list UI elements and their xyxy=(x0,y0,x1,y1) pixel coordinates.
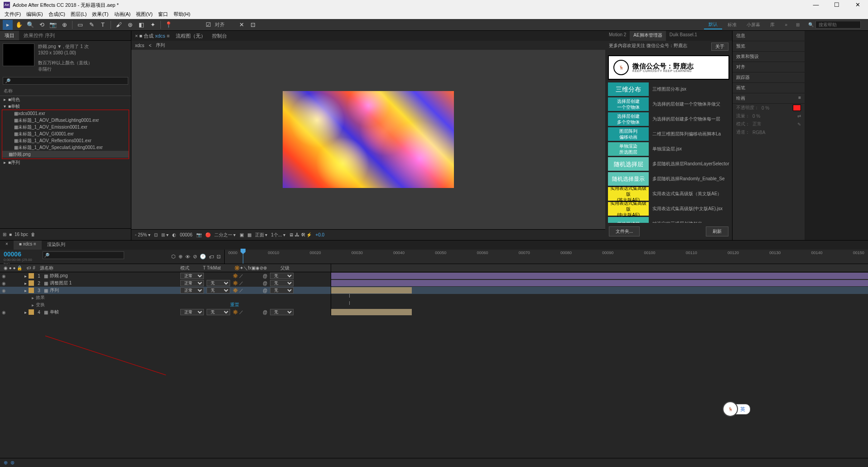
grid-icon[interactable]: ⊞ ▾ xyxy=(161,232,169,237)
layer-name[interactable]: 序列 xyxy=(50,287,59,294)
script-button[interactable]: 三维分布 xyxy=(608,82,649,96)
maximize-button[interactable]: ☐ xyxy=(826,0,847,10)
layer-effects-group[interactable]: 效果 xyxy=(36,294,45,301)
channel-icon[interactable]: 🔴 xyxy=(205,232,211,237)
layer-color[interactable] xyxy=(29,288,34,293)
panel-preview[interactable]: 预览 xyxy=(733,41,805,52)
panel-effects[interactable]: 效果和预设 xyxy=(733,52,805,62)
panel-menu-icon[interactable]: ≡ xyxy=(798,95,801,101)
sub-xdcs[interactable]: xdcs xyxy=(135,43,145,48)
layer-color[interactable] xyxy=(29,273,34,279)
playhead[interactable] xyxy=(243,250,243,264)
layer-track[interactable] xyxy=(331,272,868,279)
parent-select[interactable]: 无 xyxy=(270,273,294,279)
menu-help[interactable]: 帮助(H) xyxy=(171,10,193,19)
script-list[interactable]: 三维分布三维图层分布.jsx选择层创建 一个空物体为选择的层创建一个空物体并做父… xyxy=(605,82,732,223)
console-tab[interactable]: 控制台 xyxy=(212,33,227,39)
bpc-toggle[interactable]: ■ xyxy=(9,232,12,237)
search-help-input[interactable] xyxy=(815,21,861,29)
tl-icon-5[interactable]: 🕐 xyxy=(200,254,206,260)
visibility-toggle[interactable]: ◉ xyxy=(2,288,7,293)
minimize-button[interactable]: — xyxy=(805,0,826,10)
clone-tool[interactable]: ⊛ xyxy=(125,20,135,30)
panel-brush[interactable]: 画笔 xyxy=(733,83,805,93)
selection-tool[interactable]: ▸ xyxy=(3,20,13,30)
script-button[interactable]: 单独渲染 所选图层 xyxy=(608,142,649,156)
panel-align[interactable]: 对齐 xyxy=(733,62,805,72)
workspace-small[interactable]: 小屏幕 xyxy=(742,21,765,29)
panel-paint[interactable]: 绘画≡ xyxy=(733,93,805,104)
parent-select[interactable]: 无 xyxy=(270,287,294,294)
col-mode[interactable]: 模式 xyxy=(180,265,189,271)
paint-color-swatch[interactable] xyxy=(793,105,801,111)
project-search[interactable] xyxy=(3,77,128,85)
menu-layer[interactable]: 图层(L) xyxy=(68,10,89,19)
layer-color[interactable] xyxy=(29,280,34,286)
layer-track[interactable] xyxy=(331,287,868,294)
scripts-tab-manager[interactable]: AE脚本管理器 xyxy=(630,31,665,41)
script-button[interactable]: 随机选择层 xyxy=(608,157,649,171)
script-button[interactable]: 图层阵列 偏移动画 xyxy=(608,127,649,141)
blend-mode-dropdown[interactable]: 正常 xyxy=(752,121,762,127)
orbit-tool[interactable]: ⟲ xyxy=(37,20,47,30)
menu-window[interactable]: 窗口 xyxy=(155,10,171,19)
workspace-default[interactable]: 默认 xyxy=(704,20,722,29)
tl-icon-2[interactable]: ⊕ xyxy=(178,254,183,260)
workspace-standard[interactable]: 标准 xyxy=(723,21,741,29)
tl-icon-1[interactable]: ⬡ xyxy=(171,254,176,260)
parent-select[interactable]: 无 xyxy=(270,280,294,286)
scripts-tab-motion2[interactable]: Motion 2 xyxy=(605,31,630,41)
menu-edit[interactable]: 编辑(E) xyxy=(24,10,46,19)
text-tool[interactable]: T xyxy=(98,20,108,30)
parent-pickwhip-icon[interactable]: @ xyxy=(263,288,267,293)
script-button[interactable]: 选择层创建 一个空物体 xyxy=(608,97,649,111)
timeline-close-icon[interactable]: × xyxy=(0,241,14,250)
close-button[interactable]: ✕ xyxy=(847,0,868,10)
parent-pickwhip-icon[interactable]: @ xyxy=(263,274,267,279)
trkmat-select[interactable]: 无 xyxy=(207,309,230,315)
workspace-more[interactable]: » xyxy=(780,21,792,28)
tool-extra-2[interactable]: ⊡ xyxy=(248,20,258,30)
status-icon-2[interactable]: ⊛ xyxy=(10,460,14,466)
layer-track[interactable] xyxy=(331,308,868,316)
snap-checkbox[interactable]: ☑ xyxy=(203,20,213,30)
layer-list[interactable]: ◉▸1▦静顾.png正常🔆 ／@无◉▸2▦调整图层 1正常无🔆 ／@无◉▸3▦序… xyxy=(0,272,868,467)
script-button[interactable]: 选择层创建 多个空物体 xyxy=(608,112,649,126)
snapshot-icon[interactable]: 📷 xyxy=(196,232,202,237)
project-column-name[interactable]: 名称 xyxy=(0,87,131,96)
project-tab[interactable]: 项目 xyxy=(0,31,19,40)
zoom-tool[interactable]: 🔍 xyxy=(25,20,35,30)
layer-name[interactable]: 静顾.png xyxy=(50,273,68,279)
camera-tool[interactable]: 📷 xyxy=(48,20,58,30)
layer-track[interactable] xyxy=(331,279,868,287)
composition-viewer[interactable] xyxy=(131,50,605,229)
interpret-icon[interactable]: ⊞ xyxy=(3,232,6,237)
menu-effect[interactable]: 效果(T) xyxy=(89,10,111,19)
camera-count[interactable]: 1个... ▾ xyxy=(271,232,285,238)
roto-tool[interactable]: ✦ xyxy=(148,20,158,30)
swap-colors-icon[interactable]: ⇄ xyxy=(797,114,801,119)
col-trkmat[interactable]: T TrkMat xyxy=(203,265,221,270)
tool-extra-1[interactable]: ✕ xyxy=(236,20,246,30)
col-source[interactable]: 源名称 xyxy=(40,265,53,271)
visibility-toggle[interactable]: ◉ xyxy=(2,281,7,286)
tl-icon-4[interactable]: ⊘ xyxy=(193,254,197,260)
view-opts[interactable]: 🖥 🖧 🛠 ⚡ xyxy=(289,232,312,237)
menu-comp[interactable]: 合成(C) xyxy=(46,10,68,19)
flowchart-tab[interactable]: 流程图（无） xyxy=(176,33,206,39)
trkmat-select[interactable]: 无 xyxy=(207,280,230,286)
menu-file[interactable]: 文件(F) xyxy=(2,10,24,19)
script-button[interactable]: 实用表达式集高级版 (英文版AE) xyxy=(608,187,649,201)
visibility-toggle[interactable]: ◉ xyxy=(2,274,7,279)
workspace-reset-icon[interactable]: ⊞ xyxy=(793,20,803,30)
scripts-tab-duik[interactable]: Duik Bassel.1 xyxy=(666,31,701,41)
sub-seq[interactable]: 序列 xyxy=(156,42,165,48)
script-button[interactable]: 所选三维层 xyxy=(608,217,649,223)
ime-indicator[interactable]: 🦌 英 xyxy=(723,401,750,417)
blend-mode-select[interactable]: 正常 xyxy=(180,280,204,286)
comp-name-link[interactable]: xdcs xyxy=(155,33,165,39)
eraser-tool[interactable]: ◧ xyxy=(136,20,146,30)
resolution-dropdown[interactable]: 二分之一 ▾ xyxy=(214,232,236,238)
visibility-toggle[interactable]: ◉ xyxy=(2,310,7,315)
status-icon-1[interactable]: ⊕ xyxy=(4,460,8,466)
